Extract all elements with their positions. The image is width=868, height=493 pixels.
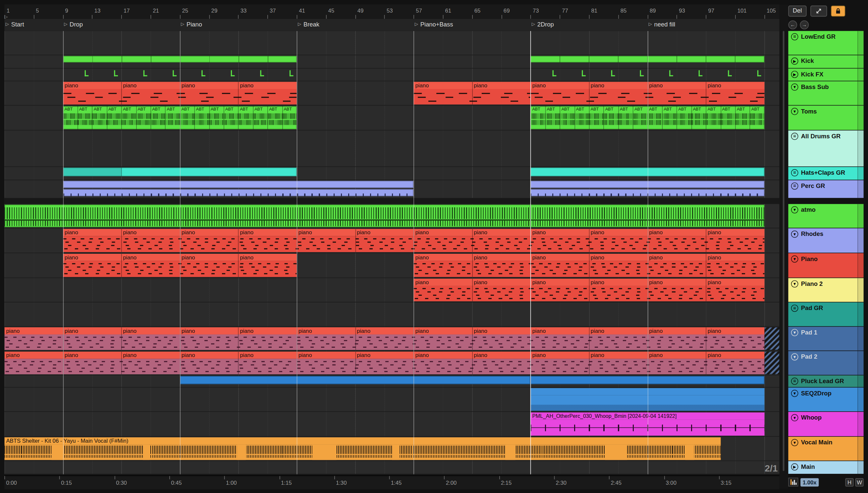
locator-need-fill[interactable]: ▷need fill bbox=[649, 21, 675, 28]
bar-number: 37 bbox=[270, 7, 276, 14]
locator-line-drop bbox=[63, 31, 64, 474]
lane-kick-fx[interactable] bbox=[4, 68, 779, 81]
track-header-whoop[interactable]: ▼Whoop bbox=[788, 412, 863, 436]
lane-rhodes[interactable]: pianopianopianopianopianopianopianopiano… bbox=[4, 228, 779, 253]
track-header-kick[interactable]: ▶Kick bbox=[788, 55, 863, 68]
bar-number: 57 bbox=[416, 7, 422, 14]
lane-seq2drop[interactable] bbox=[4, 387, 779, 412]
clip-tail-hatch[interactable] bbox=[764, 327, 779, 350]
track-header-lowend-gr[interactable]: ≡LowEnd GR bbox=[788, 31, 863, 55]
locator-strip[interactable]: ▷Start▷Drop▷Piano▷Break▷Piano+Bass▷2Drop… bbox=[4, 19, 779, 31]
track-header-seq2drop[interactable]: ▼SEQ2Drop bbox=[788, 387, 863, 411]
locator-piano[interactable]: ▷Piano bbox=[181, 21, 202, 28]
zoom-to-fit-button[interactable] bbox=[810, 6, 827, 17]
track-header-rhodes[interactable]: ▼Rhodes bbox=[788, 228, 863, 253]
lane-bass-sub[interactable]: pianopianopianopianopianopianopianopiano… bbox=[4, 81, 779, 106]
track-header-all-drums-gr[interactable]: ≡All Drums GR bbox=[788, 130, 863, 167]
clip-label: ABT bbox=[211, 107, 219, 111]
track-headers: ≡LowEnd GR▶Kick▶Kick FX▼Bass Sub▼Toms≡Al… bbox=[788, 31, 863, 474]
track-header-piano-2[interactable]: ▼Piano 2 bbox=[788, 278, 863, 302]
clip-piano[interactable]: pianopiano bbox=[413, 254, 530, 277]
locator-drop[interactable]: ▷Drop bbox=[64, 21, 83, 28]
clip-segment-divider bbox=[209, 106, 210, 129]
vertical-scrollbar[interactable] bbox=[780, 4, 788, 489]
clip-segment-divider bbox=[121, 254, 122, 277]
locator-2drop[interactable]: ▷2Drop bbox=[532, 21, 554, 28]
zoom-amount-field[interactable]: 1.00x bbox=[801, 478, 819, 486]
clip-label: piano bbox=[240, 352, 254, 359]
lock-button[interactable] bbox=[831, 6, 845, 17]
lane-pad-gr[interactable] bbox=[4, 302, 779, 327]
next-marker-button[interactable]: → bbox=[800, 21, 809, 29]
track-header-hats-claps-gr[interactable]: ≡Hats+Claps GR bbox=[788, 167, 863, 180]
locator-break[interactable]: ▷Break bbox=[298, 21, 319, 28]
clip-segment-divider bbox=[735, 106, 736, 129]
track-header-main[interactable]: ▶Main bbox=[788, 461, 863, 474]
lane-lowend-gr[interactable] bbox=[4, 31, 779, 56]
clip-label: piano bbox=[708, 279, 721, 286]
locator-piano-bass[interactable]: ▷Piano+Bass bbox=[415, 21, 453, 28]
lane-all-drums-gr[interactable] bbox=[4, 130, 779, 167]
clip-pad-2[interactable]: pianopianopianopianopianopianopianopiano… bbox=[4, 352, 764, 374]
clip-segment-divider bbox=[224, 106, 224, 129]
clip-vocal-main[interactable]: ABTS Shelter - Kit 06 - Yayu - Main Voca… bbox=[4, 437, 720, 460]
clip-label: piano bbox=[416, 327, 429, 335]
track-header-kick-fx[interactable]: ▶Kick FX bbox=[788, 68, 863, 81]
fold-arrow-icon: ▼ bbox=[791, 83, 799, 91]
lane-vocal-main[interactable]: ABTS Shelter - Kit 06 - Yayu - Main Voca… bbox=[4, 437, 779, 461]
clip-piano-2[interactable]: pianopiano bbox=[413, 279, 530, 301]
kick-fx-note bbox=[202, 70, 206, 76]
lane-pad-2[interactable]: pianopianopianopianopianopianopianopiano… bbox=[4, 351, 779, 376]
fold-arrow-icon: ▼ bbox=[791, 255, 799, 263]
scrollbar-thumb[interactable] bbox=[783, 31, 785, 471]
app-window: ▷ 15913172125293337414549535761656973778… bbox=[0, 0, 868, 493]
lane-atmo[interactable] bbox=[4, 204, 779, 229]
clip-label: ABT bbox=[225, 107, 233, 111]
clip-label: piano bbox=[182, 82, 195, 89]
track-header-pad-1[interactable]: ▼Pad 1 bbox=[788, 327, 863, 351]
clip-segment-divider bbox=[121, 327, 122, 350]
lane-toms[interactable]: ABTABTABTABTABTABTABTABTABTABTABTABTABTA… bbox=[4, 106, 779, 130]
track-name: Piano 2 bbox=[801, 280, 823, 287]
bar-ruler[interactable]: ▷ 15913172125293337414549535761656973778… bbox=[4, 4, 779, 19]
track-meter bbox=[857, 461, 863, 474]
lane-whoop[interactable]: PML_AH_OtherPerc_030_Whoop_Bmin [2024-09… bbox=[4, 412, 779, 437]
height-zoom-button[interactable]: H bbox=[845, 478, 853, 486]
track-header-toms[interactable]: ▼Toms bbox=[788, 106, 863, 130]
clip-label: piano bbox=[299, 229, 312, 236]
bar-number: 17 bbox=[124, 7, 130, 14]
clip-bass-sub[interactable]: pianopiano bbox=[413, 82, 530, 105]
time-ruler[interactable]: 0:000:150:300:451:001:151:301:452:002:15… bbox=[4, 475, 779, 489]
clip-tail-hatch[interactable] bbox=[764, 352, 779, 374]
prev-marker-button[interactable]: ← bbox=[788, 21, 797, 29]
width-zoom-button[interactable]: W bbox=[855, 478, 864, 486]
lane-pluck-lead-gr[interactable] bbox=[4, 376, 779, 388]
lane-piano[interactable]: pianopianopianopianopianopianopianopiano… bbox=[4, 253, 779, 278]
time-label: 0:00 bbox=[6, 480, 17, 486]
lane-pad-1[interactable]: pianopianopianopianopianopianopianopiano… bbox=[4, 327, 779, 351]
lane-hats-claps-gr[interactable] bbox=[4, 167, 779, 180]
lane-main[interactable] bbox=[4, 461, 779, 474]
lane-piano-2[interactable]: pianopianopianopianopianopiano bbox=[4, 278, 779, 302]
level-meter-icon[interactable] bbox=[788, 478, 798, 487]
locator-start[interactable]: ▷Start bbox=[6, 21, 24, 28]
lane-perc-gr[interactable] bbox=[4, 180, 779, 198]
clip-pluck-lead-gr[interactable] bbox=[180, 376, 531, 384]
track-header-vocal-main[interactable]: ▼Vocal Main bbox=[788, 437, 863, 460]
locator-line-2drop bbox=[530, 31, 531, 474]
track-header-perc-gr[interactable]: ≡Perc GR bbox=[788, 180, 863, 198]
clip-pad-1[interactable]: pianopianopianopianopianopianopianopiano… bbox=[4, 327, 764, 350]
delete-button[interactable]: Del bbox=[788, 6, 806, 17]
track-header-pluck-lead-gr[interactable]: ≡Pluck Lead GR bbox=[788, 376, 863, 387]
lane-kick[interactable] bbox=[4, 55, 779, 68]
track-header-piano[interactable]: ▼Piano bbox=[788, 253, 863, 278]
clip-atmo[interactable] bbox=[4, 205, 530, 227]
track-header-pad-2[interactable]: ▼Pad 2 bbox=[788, 351, 863, 375]
clip-label: ABT bbox=[182, 107, 189, 111]
kick-fx-note bbox=[552, 70, 557, 76]
track-header-pad-gr[interactable]: ≡Pad GR bbox=[788, 302, 863, 326]
track-header-atmo[interactable]: ▼atmo bbox=[788, 204, 863, 228]
track-meter bbox=[857, 437, 863, 460]
track-header-bass-sub[interactable]: ▼Bass Sub bbox=[788, 81, 863, 105]
clip-perc-gr[interactable] bbox=[63, 181, 414, 197]
